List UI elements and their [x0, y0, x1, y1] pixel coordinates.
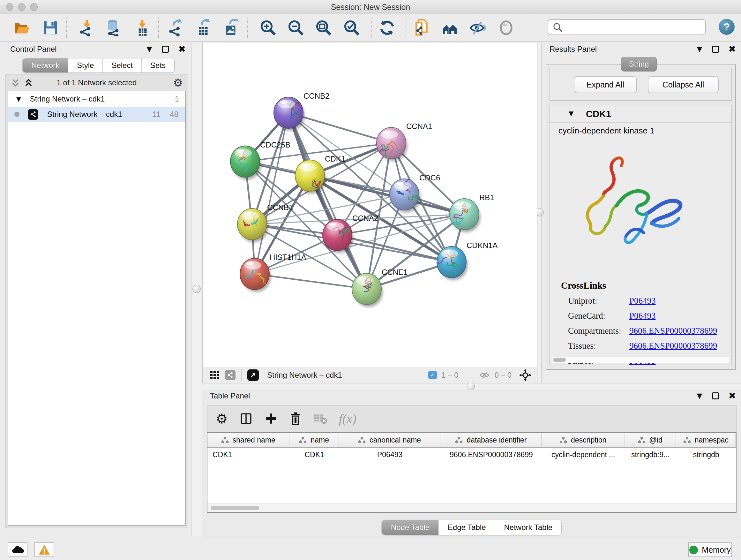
gear-icon[interactable]: ⚙	[173, 76, 183, 89]
column-header-description[interactable]: description	[542, 433, 624, 447]
apply-layout-button[interactable]	[378, 18, 396, 37]
network-view: CCNB2CCNA1CDC25BCDK1CDC6RB1CCNB1CCNA2CDK…	[202, 43, 537, 383]
network-badge-icon[interactable]	[225, 370, 235, 380]
tab-network[interactable]: Network	[23, 58, 68, 72]
table-horizontal-scrollbar[interactable]	[207, 503, 736, 512]
network-node-CDC6[interactable]	[390, 179, 420, 212]
grid-view-icon[interactable]	[210, 370, 220, 380]
tab-select[interactable]: Select	[103, 58, 142, 72]
zoom-out-button[interactable]	[287, 18, 305, 37]
table-row[interactable]: CDK1CDK1P064939606.ENSP00000378699cyclin…	[207, 448, 736, 462]
table-settings-gear-icon[interactable]: ⚙	[216, 411, 228, 427]
open-file-button[interactable]	[13, 18, 30, 37]
import-network-from-database-button[interactable]	[105, 18, 122, 37]
copy-network-button[interactable]	[413, 18, 431, 37]
tab-style[interactable]: Style	[68, 58, 103, 72]
export-image-button[interactable]	[222, 18, 240, 37]
hide-selected-button[interactable]	[469, 18, 487, 37]
birdseye-view-icon[interactable]	[519, 369, 531, 381]
column-header--id[interactable]: @id	[624, 433, 677, 447]
panel-close-icon[interactable]: ✖	[729, 45, 736, 54]
import-network-button[interactable]	[77, 18, 95, 37]
minimize-window-button[interactable]	[18, 3, 25, 11]
toolbar-separator	[406, 17, 406, 38]
cloud-button[interactable]	[8, 543, 27, 557]
tree-expand-icon[interactable]: ▼	[16, 96, 21, 103]
scrollbar-thumb[interactable]	[553, 358, 566, 362]
network-node-CDC25B[interactable]	[229, 146, 261, 179]
network-node-CCNE1[interactable]	[352, 273, 383, 307]
zoom-fit-button[interactable]	[315, 18, 333, 37]
table-cell[interactable]: P06493	[339, 448, 441, 462]
export-network-button[interactable]	[167, 18, 185, 37]
tab-sets[interactable]: Sets	[142, 58, 174, 72]
column-header-namespac[interactable]: namespac	[676, 433, 736, 447]
network-node-CDK1[interactable]	[295, 160, 328, 194]
memory-button[interactable]: Memory	[688, 543, 732, 557]
crosslink-link[interactable]: P06493	[629, 311, 656, 326]
splitter-grip[interactable]	[467, 382, 475, 391]
delete-trash-icon[interactable]	[289, 412, 302, 425]
right-splitter[interactable]	[538, 43, 542, 386]
network-edge-HIST1H1A-CCNE1[interactable]	[255, 274, 367, 289]
network-edge-CCNB2-CCNE1[interactable]	[288, 113, 367, 289]
search-input[interactable]	[563, 20, 705, 35]
selected-checkbox-icon[interactable]: ✓	[428, 371, 437, 379]
network-row-selected[interactable]: String Network – cdk1 11 48	[8, 107, 185, 122]
warnings-button[interactable]	[35, 543, 54, 557]
collapse-section-icon[interactable]: ▼	[569, 110, 574, 117]
panel-menu-icon[interactable]: ▼	[147, 45, 152, 54]
show-hidden-button[interactable]	[497, 18, 515, 37]
table-cell[interactable]: 9606.ENSP00000378699	[441, 448, 542, 462]
tab-network-table[interactable]: Network Table	[495, 520, 562, 535]
panel-float-icon[interactable]	[162, 46, 169, 53]
table-cell[interactable]: stringdb:9...	[624, 448, 677, 462]
collapse-all-button[interactable]: Collapse All	[648, 76, 719, 93]
help-button[interactable]: ?	[719, 19, 735, 35]
panel-float-icon[interactable]	[712, 46, 719, 53]
network-node-CCNA1[interactable]	[374, 127, 407, 163]
network-collection-row[interactable]: ▼ String Network – cdk1 1	[8, 91, 185, 107]
protein-box-scrollbar[interactable]	[552, 357, 730, 363]
zoom-in-button[interactable]	[259, 18, 277, 37]
column-header-name[interactable]: name	[289, 433, 339, 447]
crosslink-item: Compartments:9606.ENSP00000378699	[561, 326, 726, 341]
splitter-grip[interactable]	[192, 285, 201, 293]
tab-string[interactable]: String	[621, 57, 657, 71]
table-cell[interactable]: CDK1	[289, 448, 339, 462]
network-node-RB1[interactable]	[450, 199, 480, 232]
show-columns-icon[interactable]	[239, 412, 253, 425]
panel-close-icon[interactable]: ✖	[729, 391, 736, 400]
save-session-button[interactable]	[42, 18, 59, 37]
panel-float-icon[interactable]	[712, 392, 719, 399]
crosslink-link[interactable]: 9606.ENSP00000378699	[629, 341, 717, 356]
add-column-icon[interactable]	[264, 412, 278, 425]
close-window-button[interactable]	[6, 3, 13, 11]
panel-menu-icon[interactable]: ▼	[697, 45, 702, 54]
column-header-shared-name[interactable]: shared name	[207, 433, 289, 447]
table-cell[interactable]: CDK1	[207, 448, 289, 462]
column-header-database-identifier[interactable]: database identifier	[441, 433, 542, 447]
expand-all-button[interactable]: Expand All	[574, 76, 637, 93]
crosslink-link[interactable]: 9606.ENSP00000378699	[629, 326, 717, 341]
maximize-window-button[interactable]	[30, 3, 38, 11]
import-table-button[interactable]	[133, 18, 151, 37]
tab-node-table[interactable]: Node Table	[382, 520, 439, 535]
protein-header[interactable]: ▼ CDK1	[550, 105, 731, 123]
left-splitter[interactable]	[191, 43, 202, 537]
network-canvas[interactable]: CCNB2CCNA1CDC25BCDK1CDC6RB1CCNB1CCNA2CDK…	[203, 43, 537, 367]
export-table-button[interactable]	[194, 18, 212, 37]
tab-edge-table[interactable]: Edge Table	[439, 520, 495, 535]
network-edge-CCNB2-HIST1H1A[interactable]	[255, 113, 288, 274]
table-cell[interactable]: cyclin-dependent ...	[542, 448, 624, 462]
network-node-HIST1H1A[interactable]	[240, 258, 271, 292]
panel-menu-icon[interactable]: ▼	[697, 391, 702, 400]
column-header-canonical-name[interactable]: canonical name	[339, 433, 441, 447]
zoom-selected-button[interactable]	[343, 18, 360, 37]
scrollbar-thumb[interactable]	[211, 506, 259, 510]
crosslink-link[interactable]: P06493	[629, 296, 656, 311]
panel-close-icon[interactable]: ✖	[179, 45, 186, 54]
detach-view-icon[interactable]	[247, 369, 259, 381]
table-cell[interactable]: stringdb	[676, 448, 736, 462]
show-all-networks-button[interactable]	[441, 18, 459, 37]
